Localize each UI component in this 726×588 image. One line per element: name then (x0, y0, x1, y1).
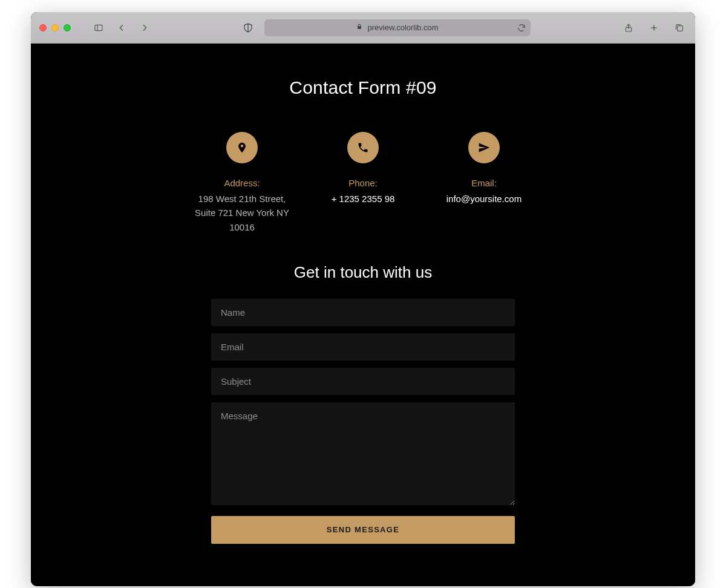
info-block-email: Email: info@yoursite.com (430, 132, 538, 234)
address-bar-area: preview.colorlib.com (160, 19, 613, 36)
info-phone-value[interactable]: + 1235 2355 98 (309, 192, 417, 206)
info-address-value: 198 West 21th Street, Suite 721 New York… (188, 192, 296, 234)
window-minimize-button[interactable] (51, 24, 59, 31)
traffic-lights (39, 24, 71, 31)
share-button[interactable] (621, 21, 636, 35)
address-bar[interactable]: preview.colorlib.com (264, 19, 531, 36)
privacy-shield-button[interactable] (243, 22, 253, 33)
share-icon (624, 23, 633, 33)
page-title: Contact Form #09 (115, 77, 611, 98)
chrome-right-controls (621, 21, 687, 35)
map-pin-icon (226, 132, 258, 163)
svg-rect-6 (678, 25, 683, 31)
name-input[interactable] (211, 299, 515, 326)
paper-plane-icon (468, 132, 500, 163)
message-textarea[interactable] (211, 402, 515, 505)
info-block-phone: Phone: + 1235 2355 98 (309, 132, 417, 234)
info-phone-label: Phone: (309, 178, 417, 188)
browser-window: preview.colorlib.com (31, 12, 695, 586)
tabs-icon (675, 23, 684, 33)
email-input[interactable] (211, 333, 515, 361)
svg-rect-0 (95, 25, 102, 30)
reload-button[interactable] (517, 24, 526, 32)
send-message-button[interactable]: SEND MESSAGE (211, 516, 515, 544)
chevron-left-icon (117, 23, 126, 33)
contact-info-row: Address: 198 West 21th Street, Suite 721… (115, 132, 611, 234)
chevron-right-icon (140, 23, 149, 33)
back-button[interactable] (114, 21, 129, 35)
browser-chrome: preview.colorlib.com (31, 12, 695, 44)
address-bar-url: preview.colorlib.com (367, 23, 438, 32)
subject-input[interactable] (211, 368, 515, 395)
page-content: Contact Form #09 Address: 198 West 21th … (31, 44, 695, 586)
new-tab-button[interactable] (647, 21, 661, 35)
plus-icon (649, 23, 659, 33)
tabs-overview-button[interactable] (672, 21, 687, 35)
info-email-value[interactable]: info@yoursite.com (430, 192, 538, 206)
info-block-address: Address: 198 West 21th Street, Suite 721… (188, 132, 296, 234)
sidebar-toggle-button[interactable] (91, 21, 106, 35)
info-address-label: Address: (188, 178, 296, 188)
form-title: Get in touch with us (115, 263, 611, 282)
lock-icon (356, 23, 362, 32)
contact-form: SEND MESSAGE (211, 299, 515, 544)
phone-icon (347, 132, 379, 163)
window-close-button[interactable] (39, 24, 47, 31)
sidebar-icon (94, 23, 103, 33)
window-zoom-button[interactable] (64, 24, 71, 31)
info-email-label: Email: (430, 178, 538, 188)
forward-button[interactable] (137, 21, 152, 35)
